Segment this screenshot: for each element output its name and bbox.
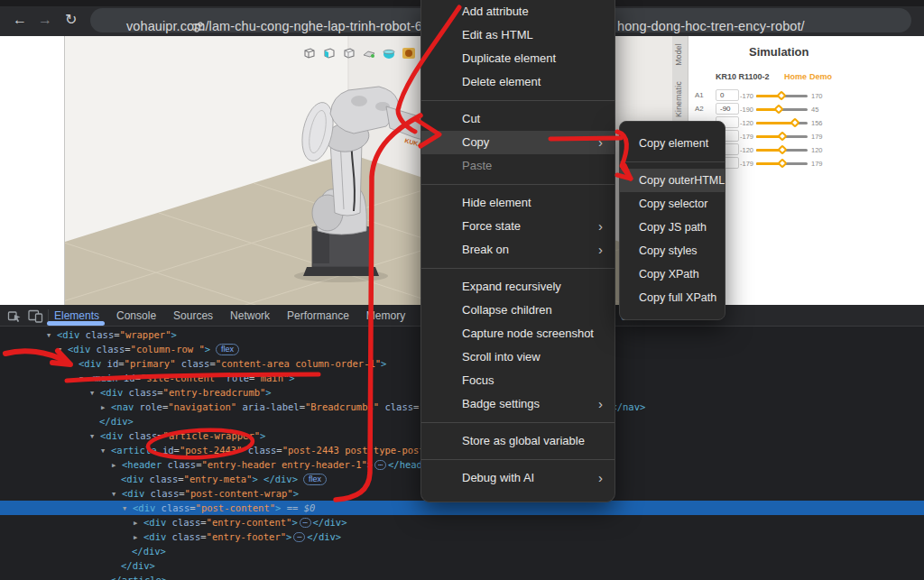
axis-slider[interactable] (756, 122, 808, 124)
axis-slider[interactable] (756, 108, 808, 111)
menu-item-force-state[interactable]: Force state› (421, 215, 614, 238)
submenu-item-copy-full-xpath[interactable]: Copy full XPath (620, 286, 725, 309)
axis-slider-handle[interactable] (773, 104, 783, 114)
twisty-arrow[interactable]: ▼ (90, 429, 100, 444)
tag-token: > (260, 430, 265, 441)
attr-name-token: class (123, 387, 157, 398)
menu-item-store-as-global-variable[interactable]: Store as global variable (421, 429, 614, 453)
menu-item-copy[interactable]: Copy› (421, 131, 614, 154)
tab-elements[interactable]: Elements (54, 309, 99, 322)
axis-slider-handle[interactable] (777, 144, 787, 154)
twisty-arrow[interactable]: ▶ (101, 400, 111, 415)
flex-badge[interactable]: flex (303, 474, 327, 485)
flex-badge[interactable]: flex (216, 344, 239, 355)
tag-token: <div (100, 387, 123, 398)
expand-ellipsis-button[interactable]: ⋯ (300, 518, 311, 528)
twisty-arrow[interactable]: ▼ (58, 343, 68, 357)
attr-value-token: "entry-breadcrumb" (163, 387, 266, 398)
menu-separator (421, 268, 614, 269)
inspect-element-icon[interactable] (7, 308, 22, 323)
tree-row[interactable]: ▶<div class="entry-content">⋯</div> (0, 515, 924, 529)
axis-slider-handle[interactable] (776, 90, 786, 100)
plane-grid-icon[interactable] (361, 45, 376, 60)
tab-console[interactable]: Console (116, 309, 156, 322)
submenu-item-copy-element[interactable]: Copy element (620, 132, 725, 155)
menu-item-break-on[interactable]: Break on› (421, 238, 614, 262)
tree-row-selected[interactable]: ▼<div class="post-content"> == $0 (0, 501, 924, 515)
attr-value-token: "column-row " (131, 344, 205, 354)
tag-token: <div (68, 344, 90, 354)
twisty-arrow[interactable]: ▶ (112, 458, 122, 473)
axis-min-label: -179 (735, 133, 753, 141)
twisty-arrow[interactable]: ▼ (79, 372, 89, 386)
expand-ellipsis-button[interactable]: ⋯ (293, 532, 305, 542)
menu-item-collapse-children[interactable]: Collapse children (421, 299, 614, 322)
home-button[interactable]: Home (784, 72, 807, 81)
twisty-arrow[interactable]: ▶ (134, 530, 143, 545)
submenu-item-copy-js-path[interactable]: Copy JS path (620, 216, 725, 239)
tree-row[interactable]: </div> (0, 558, 924, 573)
cube-solid-icon[interactable] (321, 45, 337, 60)
axis-slider[interactable] (756, 162, 808, 165)
sphere-icon[interactable] (381, 45, 396, 60)
twisty-arrow[interactable]: ▶ (134, 516, 143, 530)
axis-slider-handle[interactable] (777, 131, 787, 141)
menu-item-capture-node-screenshot[interactable]: Capture node screenshot (421, 322, 614, 345)
tree-row[interactable]: </article> (0, 573, 924, 580)
axis-slider-handle[interactable] (777, 158, 787, 168)
axis-slider[interactable] (756, 149, 808, 152)
element-context-menu: Add attributeEdit as HTMLDuplicate eleme… (420, 0, 615, 502)
tab-performance[interactable]: Performance (287, 309, 349, 322)
twisty-arrow[interactable]: ▼ (112, 487, 122, 502)
reload-button[interactable]: ↻ (65, 11, 77, 29)
tag-token: </div> (132, 546, 166, 557)
side-tab-model[interactable]: Model (674, 43, 683, 66)
axis-slider[interactable] (756, 95, 808, 97)
menu-item-expand-recursively[interactable]: Expand recursively (421, 275, 614, 299)
menu-item-add-attribute[interactable]: Add attribute (421, 0, 614, 23)
record-dot-icon[interactable] (401, 45, 416, 60)
axis-slider[interactable] (756, 135, 808, 138)
back-button[interactable]: ← (13, 11, 27, 29)
attr-value-token: "entry-header entry-header-1" (202, 459, 367, 470)
tag-token: > (289, 373, 294, 383)
forward-button[interactable]: → (38, 11, 52, 29)
menu-item-duplicate-element[interactable]: Duplicate element (421, 47, 614, 70)
twisty-arrow[interactable]: ▼ (123, 502, 133, 516)
menu-item-hide-element[interactable]: Hide element (421, 191, 614, 215)
menu-item-debug-with-ai[interactable]: Debug with AI› (421, 466, 614, 490)
tree-row[interactable]: ▶<div class="entry-footer">⋯</div> (0, 529, 924, 544)
cube-wireframe-icon[interactable] (301, 45, 317, 60)
menu-item-scroll-into-view[interactable]: Scroll into view (421, 345, 614, 369)
attr-value-token: "navigation" (168, 401, 236, 412)
menu-item-badge-settings[interactable]: Badge settings› (421, 392, 614, 416)
twisty-arrow[interactable]: ▼ (101, 444, 111, 458)
tab-memory[interactable]: Memory (366, 309, 405, 322)
menu-item-cut[interactable]: Cut (421, 107, 614, 131)
device-toolbar-icon[interactable] (28, 308, 43, 323)
demo-button[interactable]: Demo (809, 72, 832, 81)
menu-item-delete-element[interactable]: Delete element (421, 70, 614, 94)
axis-max-label: 179 (811, 160, 823, 168)
twisty-arrow[interactable]: ▼ (90, 386, 100, 400)
submenu-item-copy-outerhtml[interactable]: Copy outerHTML (620, 169, 725, 192)
tab-network[interactable]: Network (230, 309, 270, 322)
axis-max-label: 156 (811, 119, 823, 127)
axis-slider-handle[interactable] (790, 117, 800, 127)
submenu-item-copy-selector[interactable]: Copy selector (620, 192, 725, 216)
submenu-chevron-icon: › (598, 238, 603, 262)
submenu-item-copy-styles[interactable]: Copy styles (620, 239, 725, 262)
cube-hiddenline-icon[interactable] (341, 45, 356, 60)
devtools-tabs: ElementsConsoleSourcesNetworkPerformance… (54, 305, 442, 327)
expand-ellipsis-button[interactable]: ⋯ (374, 460, 386, 470)
submenu-item-copy-xpath[interactable]: Copy XPath (620, 262, 725, 286)
attr-value-token: "content-area column-order-1" (216, 358, 381, 369)
attr-name-token: aria-label (236, 401, 300, 412)
twisty-arrow[interactable]: ▼ (69, 357, 79, 372)
twisty-arrow[interactable]: ▼ (47, 328, 57, 343)
tab-sources[interactable]: Sources (173, 309, 213, 322)
tag-token: <div (143, 517, 166, 528)
menu-item-edit-as-html[interactable]: Edit as HTML (421, 23, 614, 47)
menu-item-focus[interactable]: Focus (421, 369, 614, 392)
tree-row[interactable]: </div> (0, 544, 924, 558)
